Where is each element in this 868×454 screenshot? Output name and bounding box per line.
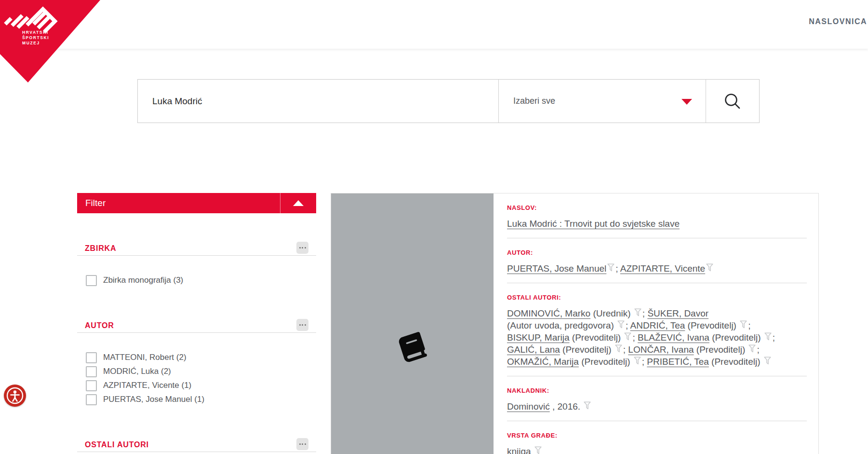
record-text: (Prevoditelj) — [579, 357, 633, 367]
filter-funnel-icon[interactable] — [534, 446, 542, 454]
record-link[interactable]: LONČAR, Ivana — [628, 344, 694, 355]
section-options-button[interactable] — [296, 319, 308, 331]
filter-checkbox-item[interactable]: PUERTAS, Jose Manuel (1) — [86, 394, 316, 405]
field-value-line: (Autor uvoda, predgovora) ; ANDRIĆ, Tea … — [507, 319, 807, 331]
checkbox[interactable] — [86, 394, 97, 405]
record-field: NAKLADNIK: Dominović , 2016. — [507, 376, 807, 421]
field-label: OSTALI AUTORI: — [507, 294, 807, 301]
filter-funnel-icon[interactable] — [607, 263, 614, 272]
filter-section-header: AUTOR — [77, 318, 316, 333]
record-text: (Prevoditelj) — [560, 344, 614, 355]
checkbox[interactable] — [86, 275, 97, 286]
record-link[interactable]: Dominović — [507, 401, 550, 412]
field-value-line: Dominović , 2016. — [507, 400, 807, 413]
field-label: NASLOV: — [507, 204, 807, 211]
record-text: (Prevoditelj) — [570, 332, 624, 343]
checkbox-item-label: PUERTAS, Jose Manuel (1) — [103, 395, 204, 404]
filter-section-items: MATTEONI, Robert (2) MODRIĆ, Luka (2) AZ… — [77, 352, 316, 405]
record-link[interactable]: ŠUKER, Davor — [647, 308, 708, 318]
field-value-line: BISKUP, Marija (Prevoditelj) ; BLAŽEVIĆ,… — [507, 331, 807, 344]
chevron-down-icon — [681, 99, 692, 105]
record-text: ; — [632, 332, 638, 343]
filter-section-title: AUTOR — [85, 321, 114, 330]
search-input[interactable] — [138, 80, 498, 123]
logo-text: HRVATSKI ŠPORTSKI MUZEJ — [22, 30, 49, 46]
section-options-button[interactable] — [296, 438, 308, 450]
filter-header[interactable]: Filter — [77, 193, 316, 213]
filter-collapse-button[interactable] — [280, 193, 316, 213]
record-link[interactable]: DOMINOVIĆ, Marko — [507, 308, 590, 318]
record-panel: NASLOV: Luka Modrić : Trnovit put do svj… — [331, 193, 819, 454]
checkbox-item-label: Zbirka monografija (3) — [103, 275, 183, 285]
filter-funnel-icon[interactable] — [764, 357, 771, 365]
checkbox-item-label: MATTEONI, Robert (2) — [103, 353, 187, 362]
filter-funnel-icon[interactable] — [634, 357, 641, 365]
record-text: , 2016. — [550, 401, 583, 412]
cover-placeholder — [331, 193, 494, 454]
record-link[interactable]: OKMAŽIĆ, Marija — [507, 357, 579, 367]
filter-section-header: OSTALI AUTORI — [77, 438, 316, 452]
field-value-line: GALIĆ, Lana (Prevoditelj) ; LONČAR, Ivan… — [507, 344, 807, 356]
search-button[interactable] — [706, 80, 759, 123]
nav-home-link[interactable]: NASLOVNICA — [809, 17, 867, 26]
field-value: Luka Modrić : Trnovit put do svjetske sl… — [507, 218, 807, 230]
filter-funnel-icon[interactable] — [764, 332, 772, 341]
filter-funnel-icon[interactable] — [615, 344, 622, 353]
filter-funnel-icon[interactable] — [617, 320, 625, 329]
search-icon — [723, 92, 742, 111]
filter-checkbox-item[interactable]: MODRIĆ, Luka (2) — [86, 366, 316, 377]
museum-logo[interactable]: HRVATSKI ŠPORTSKI MUZEJ — [0, 0, 102, 84]
record-link[interactable]: BISKUP, Marija — [507, 332, 570, 343]
record-field: AUTOR: PUERTAS, Jose Manuel; AZPITARTE, … — [507, 238, 807, 283]
filter-funnel-icon[interactable] — [634, 308, 641, 316]
checkbox[interactable] — [86, 380, 97, 391]
field-value: PUERTAS, Jose Manuel; AZPITARTE, Vicente — [507, 262, 807, 275]
field-label: AUTOR: — [507, 249, 807, 256]
field-value-line: knjiga — [507, 445, 807, 454]
filter-section: AUTOR MATTEONI, Robert (2) MODRIĆ, Luka … — [77, 318, 316, 405]
record-text: ; — [642, 357, 647, 367]
section-options-button[interactable] — [296, 242, 308, 254]
filter-checkbox-item[interactable]: Zbirka monografija (3) — [86, 275, 316, 286]
record-link[interactable]: PRIBETIĆ, Tea — [647, 357, 708, 367]
filter-panel: Filter ZBIRKA Zbirka monografija (3) AUT… — [77, 193, 316, 454]
checkbox[interactable] — [86, 366, 97, 377]
accessibility-icon — [5, 386, 25, 405]
record-field: VRSTA GRAĐE: knjiga — [507, 421, 807, 454]
filter-section: ZBIRKA Zbirka monografija (3) — [77, 241, 316, 286]
record-text — [531, 446, 534, 454]
filter-checkbox-item[interactable]: AZPITARTE, Vicente (1) — [86, 380, 316, 391]
checkbox[interactable] — [86, 352, 97, 363]
record-field: OSTALI AUTORI: DOMINOVIĆ, Marko (Urednik… — [507, 283, 807, 376]
record-link[interactable]: BLAŽEVIĆ, Ivana — [638, 332, 709, 343]
checkbox-item-label: AZPITARTE, Vicente (1) — [103, 381, 191, 390]
field-value-line: OKMAŽIĆ, Marija (Prevoditelj) ; PRIBETIĆ… — [507, 356, 807, 368]
filter-funnel-icon[interactable] — [748, 344, 756, 353]
record-link[interactable]: knjiga — [507, 446, 531, 454]
record-text: (Autor uvoda, predgovora) — [507, 320, 616, 330]
record-field: NASLOV: Luka Modrić : Trnovit put do svj… — [507, 193, 807, 238]
record-text: (Prevoditelj) — [685, 320, 739, 330]
filter-funnel-icon[interactable] — [706, 263, 713, 272]
record-link[interactable]: GALIĆ, Lana — [507, 344, 560, 355]
search-scope-value: Izaberi sve — [499, 96, 555, 106]
record-fields: NASLOV: Luka Modrić : Trnovit put do svj… — [507, 193, 807, 454]
field-label: NAKLADNIK: — [507, 387, 807, 394]
filter-funnel-icon[interactable] — [584, 401, 591, 410]
search-scope-dropdown[interactable]: Izaberi sve — [499, 80, 706, 123]
accessibility-button[interactable] — [4, 385, 26, 407]
record-link[interactable]: PUERTAS, Jose Manuel — [507, 263, 606, 274]
filter-section: OSTALI AUTORI — [77, 438, 316, 452]
filter-funnel-icon[interactable] — [740, 320, 747, 329]
record-text: ; — [748, 320, 750, 330]
checkbox-item-label: MODRIĆ, Luka (2) — [103, 367, 171, 376]
filter-checkbox-item[interactable]: MATTEONI, Robert (2) — [86, 352, 316, 363]
record-link[interactable]: Luka Modrić : Trnovit put do svjetske sl… — [507, 219, 680, 229]
record-link[interactable]: ANDRIĆ, Tea — [630, 320, 685, 330]
record-text: (Prevoditelj) — [709, 332, 763, 343]
record-text: ; — [626, 320, 630, 330]
record-link[interactable]: AZPITARTE, Vicente — [620, 263, 705, 274]
search-input-wrap — [138, 80, 499, 123]
filter-funnel-icon[interactable] — [624, 332, 631, 341]
field-value: DOMINOVIĆ, Marko (Urednik) ; ŠUKER, Davo… — [507, 307, 807, 368]
